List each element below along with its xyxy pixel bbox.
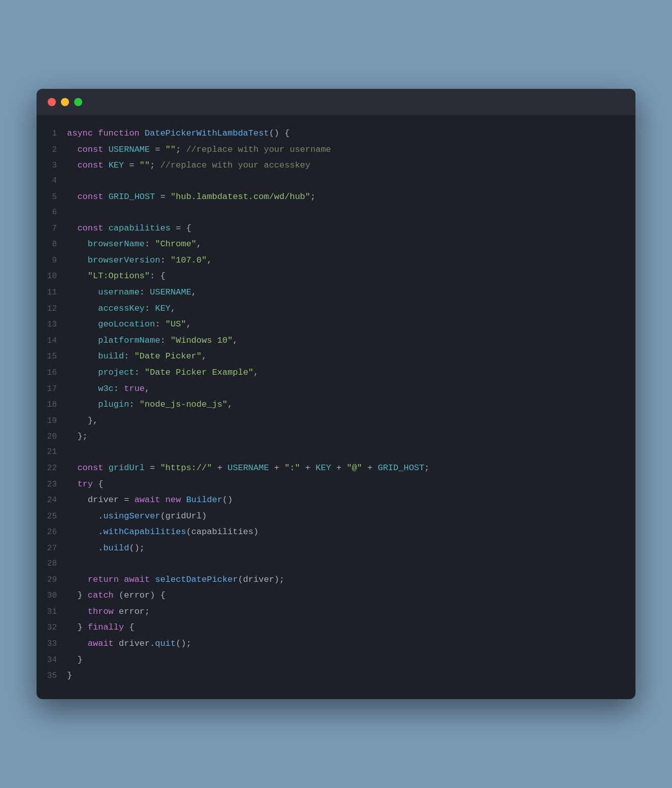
line-number: 28 [37, 557, 67, 571]
line-number: 20 [37, 431, 67, 444]
line-content: return await selectDatePicker(driver); [67, 573, 635, 586]
line-content: browserName: "Chrome", [67, 237, 635, 251]
line-number: 29 [37, 574, 67, 587]
code-line: 5 const GRID_HOST = "hub.lambdatest.com/… [37, 189, 635, 205]
line-number: 9 [37, 254, 67, 268]
line-content: const USERNAME = ""; //replace with your… [67, 143, 635, 156]
code-line: 34 } [37, 652, 635, 668]
line-number: 5 [37, 191, 67, 204]
line-content: const capabilities = { [67, 221, 635, 235]
code-line: 32 } finally { [37, 619, 635, 636]
close-button[interactable] [48, 98, 56, 106]
line-number: 3 [37, 159, 67, 173]
line-number: 25 [37, 510, 67, 523]
code-line: 35 } [37, 668, 635, 684]
code-line: 24 driver = await new Builder() [37, 492, 635, 508]
line-number: 10 [37, 270, 67, 283]
line-number: 7 [37, 222, 67, 236]
line-content: browserVersion: "107.0", [67, 253, 635, 267]
line-content: .usingServer(gridUrl) [67, 509, 635, 523]
line-content: geoLocation: "US", [67, 317, 635, 331]
line-number: 26 [37, 526, 67, 539]
line-content: "LT:Options": { [67, 269, 635, 283]
line-number: 22 [37, 462, 67, 475]
code-line: 9 browserVersion: "107.0", [37, 252, 635, 269]
line-content: try { [67, 477, 635, 491]
line-content: username: USERNAME, [67, 285, 635, 299]
code-line: 8 browserName: "Chrome", [37, 236, 635, 252]
line-number: 6 [37, 206, 67, 219]
code-line: 19 }, [37, 413, 635, 429]
line-number: 14 [37, 335, 67, 348]
line-content: const GRID_HOST = "hub.lambdatest.com/wd… [67, 190, 635, 204]
line-number: 11 [37, 286, 67, 300]
line-number: 8 [37, 238, 67, 251]
code-line: 1 async function DatePickerWithLambdaTes… [37, 125, 635, 142]
line-content: }, [67, 414, 635, 428]
line-number: 17 [37, 383, 67, 396]
code-line: 26 .withCapabilities(capabilities) [37, 524, 635, 540]
line-content: const gridUrl = "https://" + USERNAME + … [67, 461, 635, 475]
line-number: 19 [37, 415, 67, 428]
code-line: 2 const USERNAME = ""; //replace with yo… [37, 142, 635, 158]
line-number: 2 [37, 144, 67, 157]
line-content: } [67, 669, 635, 682]
line-content: w3c: true, [67, 382, 635, 396]
code-line: 14 platformName: "Windows 10", [37, 333, 635, 349]
code-line: 18 plugin: "node_js-node_js", [37, 397, 635, 413]
code-line: 22 const gridUrl = "https://" + USERNAME… [37, 460, 635, 476]
code-line: 6 [37, 205, 635, 220]
line-number: 31 [37, 606, 67, 619]
line-number: 12 [37, 303, 67, 316]
line-content: } [67, 653, 635, 667]
code-line: 27 .build(); [37, 540, 635, 556]
code-line: 31 throw error; [37, 604, 635, 620]
line-number: 21 [37, 446, 67, 459]
line-number: 15 [37, 350, 67, 364]
line-number: 30 [37, 589, 67, 603]
code-line: 7 const capabilities = { [37, 220, 635, 237]
code-line: 11 username: USERNAME, [37, 284, 635, 301]
code-editor[interactable]: 1 async function DatePickerWithLambdaTes… [37, 115, 635, 699]
code-window: 1 async function DatePickerWithLambdaTes… [37, 89, 635, 699]
line-content: throw error; [67, 605, 635, 618]
line-content: .build(); [67, 541, 635, 555]
line-content: project: "Date Picker Example", [67, 366, 635, 379]
line-content: } finally { [67, 620, 635, 634]
line-content: plugin: "node_js-node_js", [67, 398, 635, 411]
maximize-button[interactable] [74, 98, 82, 106]
code-line: 30 } catch (error) { [37, 587, 635, 604]
code-line: 28 [37, 556, 635, 572]
code-line: 4 [37, 174, 635, 189]
code-line: 25 .usingServer(gridUrl) [37, 508, 635, 524]
line-number: 18 [37, 399, 67, 412]
line-number: 34 [37, 654, 67, 667]
line-content: } catch (error) { [67, 588, 635, 602]
line-number: 32 [37, 621, 67, 635]
line-number: 33 [37, 638, 67, 651]
code-line: 3 const KEY = ""; //replace with your ac… [37, 157, 635, 174]
code-line: 33 await driver.quit(); [37, 636, 635, 652]
code-line: 21 [37, 445, 635, 460]
line-content: accessKey: KEY, [67, 302, 635, 315]
code-line: 10 "LT:Options": { [37, 268, 635, 284]
code-line: 23 try { [37, 476, 635, 492]
line-number: 16 [37, 367, 67, 380]
minimize-button[interactable] [61, 98, 69, 106]
code-line: 15 build: "Date Picker", [37, 348, 635, 365]
line-content: await driver.quit(); [67, 637, 635, 650]
line-number: 4 [37, 175, 67, 188]
line-content: async function DatePickerWithLambdaTest(… [67, 126, 635, 140]
line-content: build: "Date Picker", [67, 349, 635, 363]
line-number: 23 [37, 478, 67, 491]
line-number: 27 [37, 542, 67, 555]
code-line: 20 }; [37, 429, 635, 445]
line-number: 1 [37, 127, 67, 141]
code-line: 29 return await selectDatePicker(driver)… [37, 572, 635, 588]
line-content: }; [67, 430, 635, 443]
code-line: 16 project: "Date Picker Example", [37, 365, 635, 381]
code-line: 13 geoLocation: "US", [37, 316, 635, 333]
line-number: 35 [37, 670, 67, 683]
title-bar [37, 89, 635, 115]
line-content: platformName: "Windows 10", [67, 334, 635, 347]
